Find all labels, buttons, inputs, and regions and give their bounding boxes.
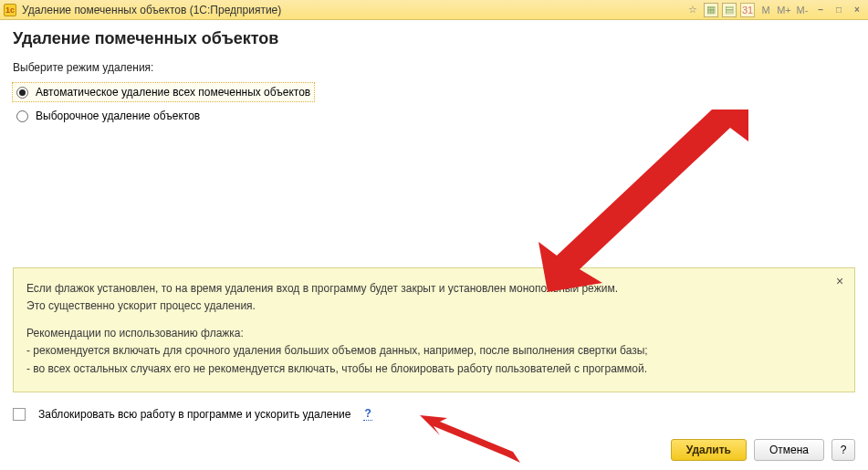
radio-label: Автоматическое удаление всех помеченных … (36, 86, 310, 99)
maximize-icon[interactable]: □ (831, 3, 846, 17)
titlebar-icons: ☆ ▦ ▤ 31 M M+ M- – □ × (685, 3, 864, 17)
block-work-checkbox[interactable] (13, 408, 26, 421)
content-area: Удаление помеченных объектов Выберите ре… (0, 20, 868, 470)
calculator-icon[interactable]: ▤ (722, 3, 737, 17)
hint-text: Это существенно ускорит процесс удаления… (26, 298, 829, 314)
help-button[interactable]: ? (831, 439, 855, 461)
window-title: Удаление помеченных объектов (1С:Предпри… (22, 4, 281, 16)
page-title: Удаление помеченных объектов (13, 29, 855, 48)
block-work-row: Заблокировать всю работу в программе и у… (13, 402, 855, 433)
close-icon[interactable]: × (850, 3, 864, 17)
radio-icon (16, 87, 28, 99)
calendar-icon[interactable]: 31 (740, 3, 755, 17)
hint-text: Рекомендации по использованию флажка: (26, 326, 829, 341)
hint-close-button[interactable]: × (832, 274, 847, 288)
cancel-button[interactable]: Отмена (754, 439, 824, 461)
app-icon-1c: 1c (4, 4, 16, 16)
mode-label: Выберите режим удаления: (13, 61, 855, 74)
help-link[interactable]: ? (363, 407, 371, 421)
radio-label: Выборочное удаление объектов (36, 110, 200, 122)
hint-text: Если флажок установлен, то на время удал… (26, 281, 829, 297)
memory-mplus-icon[interactable]: M+ (777, 3, 791, 17)
grid-icon[interactable]: ▦ (704, 3, 718, 17)
radio-selective-delete[interactable]: Выборочное удаление объектов (13, 107, 204, 125)
radio-auto-delete[interactable]: Автоматическое удаление всех помеченных … (13, 83, 314, 101)
hint-text: - во всех остальных случаях его не реком… (26, 361, 829, 377)
window-titlebar: 1c Удаление помеченных объектов (1С:Пред… (0, 0, 868, 20)
footer-buttons: Удалить Отмена ? (13, 433, 855, 470)
radio-icon (16, 110, 28, 122)
hint-panel: × Если флажок установлен, то на время уд… (13, 267, 855, 392)
star-icon[interactable]: ☆ (685, 3, 700, 17)
memory-mminus-icon[interactable]: M- (795, 3, 810, 17)
delete-button[interactable]: Удалить (671, 439, 747, 461)
memory-m-icon[interactable]: M (758, 3, 773, 17)
checkbox-label: Заблокировать всю работу в программе и у… (38, 408, 350, 421)
minimize-icon[interactable]: – (813, 3, 828, 17)
hint-text: - рекомендуется включать для срочного уд… (26, 343, 829, 359)
